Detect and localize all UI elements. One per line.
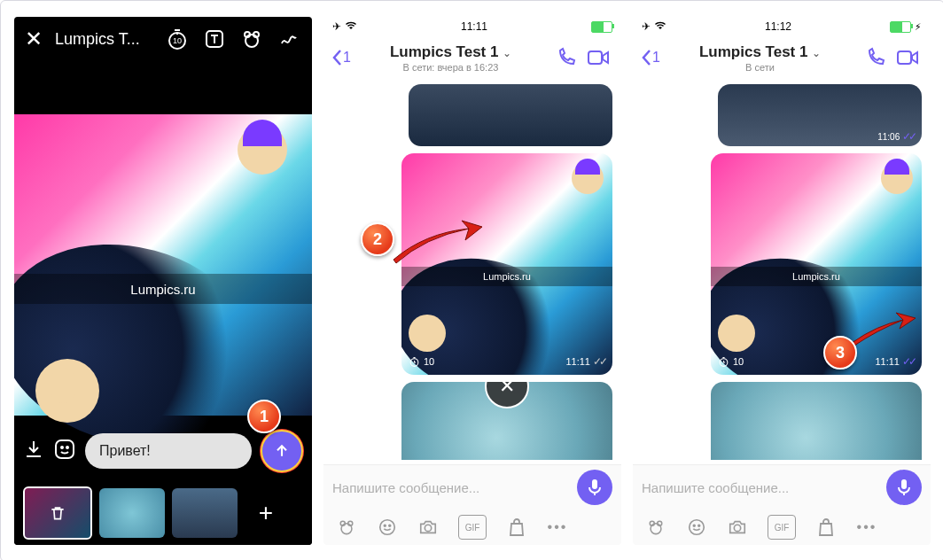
chat-screen-delivered: ✈︎ 11:12 ⚡︎ 1 Lumpics Test 1 ⌄ В сети 11… <box>633 17 931 545</box>
editor-topbar: ✕ Lumpics T... 10 <box>14 17 312 61</box>
arrow-3 <box>850 315 921 354</box>
bear-icon[interactable] <box>336 517 357 538</box>
photo-editor-screen: ✕ Lumpics T... 10 Lumpics.ru Привет! <box>14 17 312 545</box>
arrow-2 <box>389 224 487 272</box>
message-bubble-prev[interactable]: 11:06 ✓✓ <box>718 84 922 146</box>
message-list[interactable]: 11:06 ✓✓ Lumpics.ru 10 11:11 ✓✓ <box>633 79 931 460</box>
emoji-picker-icon[interactable] <box>53 438 76 464</box>
thumbs-up-sticker[interactable] <box>35 359 99 423</box>
chevron-down-icon[interactable]: ⌄ <box>503 47 511 59</box>
timer-icon[interactable]: 10 <box>165 27 190 51</box>
close-icon[interactable]: ✕ <box>25 28 43 50</box>
face-sticker <box>572 162 604 194</box>
back-count: 1 <box>652 50 660 66</box>
chevron-down-icon[interactable]: ⌄ <box>812 47 821 59</box>
face-sticker <box>881 162 913 194</box>
chat-contact-name[interactable]: Lumpics Test 1 <box>699 43 808 60</box>
camera-icon[interactable] <box>727 517 748 538</box>
photo-caption[interactable]: Lumpics.ru <box>14 274 312 304</box>
text-tool-icon[interactable] <box>202 27 227 51</box>
gif-icon[interactable]: GIF <box>768 515 796 540</box>
charging-icon: ⚡︎ <box>915 21 922 33</box>
presence-text: В сети <box>660 62 860 73</box>
chat-input[interactable]: Напишите сообщение... <box>332 480 570 495</box>
wifi-icon <box>345 20 357 33</box>
message-bubble-uploading[interactable]: ✕ <box>401 382 612 460</box>
chat-contact-name[interactable]: Lumpics Test 1 <box>390 43 499 60</box>
back-count: 1 <box>343 50 351 66</box>
thumbnail-2[interactable] <box>99 488 165 538</box>
delete-thumbnail-icon[interactable] <box>25 488 90 538</box>
read-status-icon: ✓✓ <box>902 130 915 143</box>
status-bar: ✈︎ 11:11 <box>323 17 621 36</box>
delivery-status-icon: ✓✓ <box>593 355 605 368</box>
disappear-timer: 10 <box>733 356 744 367</box>
step-marker-2: 2 <box>361 222 394 256</box>
back-button[interactable]: 1 <box>640 49 660 66</box>
more-icon[interactable]: ••• <box>547 517 568 538</box>
voice-message-button[interactable] <box>577 470 612 505</box>
svg-point-24 <box>690 520 705 535</box>
face-sticker[interactable] <box>238 125 287 175</box>
battery-icon <box>890 21 911 33</box>
presence-text: В сети: вчера в 16:23 <box>351 62 550 73</box>
svg-point-23 <box>651 524 661 534</box>
wifi-icon <box>654 20 666 33</box>
svg-point-7 <box>66 447 68 448</box>
chat-input-bar: Напишите сообщение... <box>323 464 621 509</box>
svg-rect-20 <box>901 479 907 489</box>
svg-point-26 <box>698 525 700 526</box>
chat-screen-sending: ✈︎ 11:11 1 Lumpics Test 1 ⌄ В сети: вчер… <box>323 17 621 545</box>
smile-icon[interactable] <box>377 517 398 538</box>
smile-icon[interactable] <box>686 517 707 538</box>
chat-header: 1 Lumpics Test 1 ⌄ В сети: вчера в 16:23 <box>323 36 621 80</box>
thumbs-up-sticker <box>718 315 755 352</box>
shop-icon[interactable] <box>506 517 527 538</box>
chat-input[interactable]: Напишите сообщение... <box>642 480 879 495</box>
shop-icon[interactable] <box>815 517 837 538</box>
svg-point-14 <box>380 520 395 535</box>
voice-call-button[interactable] <box>550 47 582 68</box>
video-call-button[interactable] <box>892 49 924 66</box>
cancel-upload-button[interactable]: ✕ <box>485 382 529 408</box>
camera-icon[interactable] <box>417 517 439 538</box>
more-icon[interactable]: ••• <box>856 517 877 538</box>
svg-point-17 <box>425 525 431 531</box>
svg-point-6 <box>61 447 63 448</box>
svg-rect-5 <box>56 440 74 458</box>
bear-sticker-icon[interactable] <box>239 27 264 51</box>
chat-toolbar: GIF ••• <box>323 509 621 545</box>
thumbnail-1[interactable] <box>23 486 92 540</box>
svg-rect-18 <box>898 51 911 64</box>
editor-composer: Привет! <box>14 426 312 476</box>
chat-toolbar: GIF ••• <box>633 509 931 545</box>
bear-icon[interactable] <box>645 517 666 538</box>
add-thumbnail-button[interactable]: + <box>245 492 287 534</box>
thumbs-up-sticker <box>409 315 446 352</box>
gif-icon[interactable]: GIF <box>458 515 487 540</box>
editor-title: Lumpics T... <box>55 30 152 49</box>
doodle-icon[interactable] <box>277 27 301 51</box>
status-time: 11:11 <box>461 20 487 33</box>
download-icon[interactable] <box>23 439 44 463</box>
thumbnail-3[interactable] <box>172 488 238 538</box>
step-marker-3: 3 <box>823 336 857 369</box>
back-button[interactable]: 1 <box>331 49 351 66</box>
video-call-button[interactable] <box>582 49 614 66</box>
message-bubble-prev[interactable] <box>409 84 612 146</box>
voice-message-button[interactable] <box>886 470 922 505</box>
photo-watermark: Lumpics.ru <box>711 267 922 286</box>
voice-call-button[interactable] <box>860 47 892 68</box>
disappear-timer: 10 <box>424 356 434 367</box>
airplane-mode-icon: ✈︎ <box>332 20 341 33</box>
photo-canvas[interactable]: Lumpics.ru <box>14 114 312 416</box>
svg-point-4 <box>245 35 258 47</box>
battery-icon <box>591 21 612 33</box>
message-input[interactable]: Привет! <box>85 433 252 469</box>
message-bubble-next[interactable] <box>711 382 922 460</box>
svg-point-25 <box>693 525 695 526</box>
svg-rect-10 <box>592 479 597 489</box>
message-time: 11:11 <box>565 356 590 367</box>
send-button[interactable] <box>261 430 303 472</box>
airplane-mode-icon: ✈︎ <box>642 20 651 33</box>
